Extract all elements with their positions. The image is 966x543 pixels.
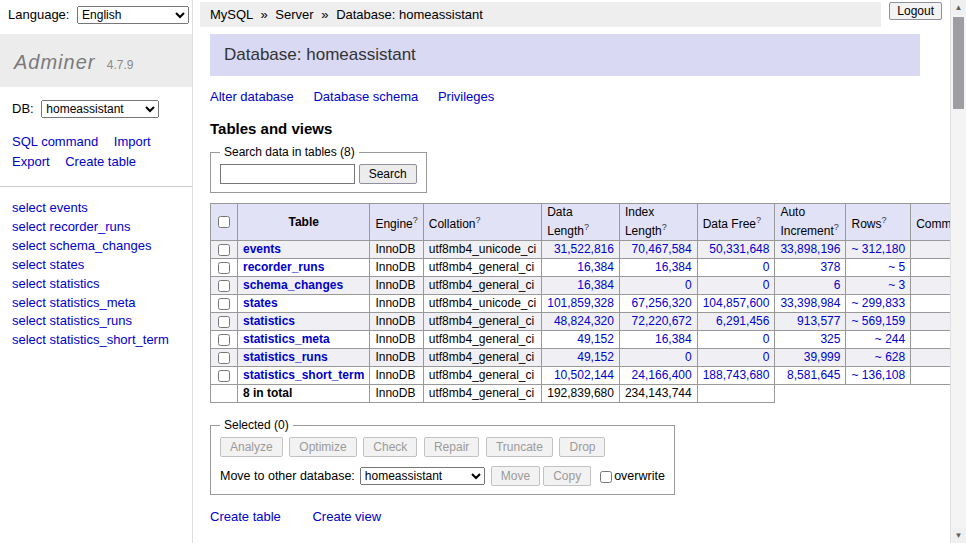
row-checkbox[interactable]	[218, 370, 230, 382]
table-name-link[interactable]: states	[243, 296, 278, 310]
breadcrumb-server-link[interactable]: Server	[275, 7, 313, 22]
search-input[interactable]	[220, 164, 355, 184]
data-free-link[interactable]: 104,857,600	[703, 296, 770, 310]
row-checkbox[interactable]	[218, 352, 230, 364]
rows-count-link[interactable]: ~ 136,108	[851, 368, 905, 382]
sidebar-item-select-events[interactable]: select events	[12, 199, 180, 218]
data-length-link[interactable]: 16,384	[577, 260, 614, 274]
data-length-link[interactable]: 49,152	[577, 332, 614, 346]
row-checkbox[interactable]	[218, 280, 230, 292]
index-length-link[interactable]: 72,220,672	[632, 314, 692, 328]
data-free-link[interactable]: 0	[763, 332, 770, 346]
data-length-link[interactable]: 16,384	[577, 278, 614, 292]
data-length-link[interactable]: 101,859,328	[547, 296, 614, 310]
rows-count-link[interactable]: ~ 5	[888, 260, 905, 274]
table-name-link[interactable]: statistics_runs	[243, 350, 328, 364]
data-free-link[interactable]: 0	[763, 350, 770, 364]
index-length-link[interactable]: 24,166,400	[632, 368, 692, 382]
alter-database-link[interactable]: Alter database	[210, 89, 294, 104]
data-length-link[interactable]: 48,824,320	[554, 314, 614, 328]
data-free-link[interactable]: 188,743,680	[703, 368, 770, 382]
drop-button[interactable]: Drop	[559, 437, 605, 457]
index-length-link[interactable]: 16,384	[655, 332, 692, 346]
table-name-link[interactable]: statistics	[243, 314, 295, 328]
auto-increment-link[interactable]: 8,581,645	[787, 368, 840, 382]
database-schema-link[interactable]: Database schema	[313, 89, 418, 104]
create-table-link-sidebar[interactable]: Create table	[65, 154, 136, 169]
help-link-icon[interactable]: ?	[881, 215, 886, 225]
auto-increment-link[interactable]: 378	[820, 260, 840, 274]
breadcrumb-mysql-link[interactable]: MySQL	[210, 7, 253, 22]
index-length-link[interactable]: 67,256,320	[632, 296, 692, 310]
row-checkbox[interactable]	[218, 262, 230, 274]
data-length-link[interactable]: 10,502,144	[554, 368, 614, 382]
select-all-checkbox[interactable]	[218, 216, 230, 228]
sidebar-item-select-schema-changes[interactable]: select schema_changes	[12, 237, 180, 256]
scroll-down-arrow-icon[interactable]: ▼	[951, 528, 966, 543]
help-link-icon[interactable]: ?	[662, 222, 667, 232]
data-free-link[interactable]: 0	[763, 260, 770, 274]
vertical-scrollbar[interactable]: ▲ ▼	[950, 0, 966, 543]
table-name-link[interactable]: statistics_meta	[243, 332, 330, 346]
rows-count-link[interactable]: ~ 299,833	[851, 296, 905, 310]
help-link-icon[interactable]: ?	[475, 215, 480, 225]
rows-count-link[interactable]: ~ 3	[888, 278, 905, 292]
help-link-icon[interactable]: ?	[834, 222, 839, 232]
auto-increment-link[interactable]: 913,577	[797, 314, 840, 328]
export-link[interactable]: Export	[12, 154, 50, 169]
table-name-link[interactable]: recorder_runs	[243, 260, 324, 274]
db-select[interactable]: homeassistant	[41, 100, 159, 118]
rows-count-link[interactable]: ~ 244	[875, 332, 905, 346]
sql-command-link[interactable]: SQL command	[12, 134, 98, 149]
row-checkbox[interactable]	[218, 298, 230, 310]
auto-increment-link[interactable]: 39,999	[804, 350, 841, 364]
table-name-link[interactable]: schema_changes	[243, 278, 343, 292]
sidebar-item-select-statistics-runs[interactable]: select statistics_runs	[12, 312, 180, 331]
table-name-link[interactable]: statistics_short_term	[243, 368, 364, 382]
privileges-link[interactable]: Privileges	[438, 89, 494, 104]
row-checkbox[interactable]	[218, 244, 230, 256]
row-checkbox[interactable]	[218, 334, 230, 346]
index-length-link[interactable]: 70,467,584	[632, 242, 692, 256]
language-select[interactable]: English	[77, 6, 189, 24]
move-db-select[interactable]: homeassistant	[360, 467, 485, 485]
sidebar-item-select-recorder-runs[interactable]: select recorder_runs	[12, 218, 180, 237]
import-link[interactable]: Import	[114, 134, 151, 149]
data-length-link[interactable]: 31,522,816	[554, 242, 614, 256]
check-button[interactable]: Check	[363, 437, 417, 457]
row-checkbox[interactable]	[218, 316, 230, 328]
create-view-link[interactable]: Create view	[312, 509, 381, 524]
auto-increment-link[interactable]: 325	[820, 332, 840, 346]
optimize-button[interactable]: Optimize	[289, 437, 356, 457]
truncate-button[interactable]: Truncate	[486, 437, 553, 457]
rows-count-link[interactable]: ~ 569,159	[851, 314, 905, 328]
overwrite-checkbox[interactable]	[600, 471, 612, 483]
search-button[interactable]: Search	[359, 164, 417, 184]
data-free-link[interactable]: 50,331,648	[709, 242, 769, 256]
sidebar-item-select-states[interactable]: select states	[12, 256, 180, 275]
analyze-button[interactable]: Analyze	[220, 437, 283, 457]
help-link-icon[interactable]: ?	[584, 222, 589, 232]
rows-count-link[interactable]: ~ 312,180	[851, 242, 905, 256]
help-link-icon[interactable]: ?	[756, 215, 761, 225]
move-button[interactable]: Move	[491, 466, 540, 486]
logout-button[interactable]: Logout	[889, 2, 942, 20]
sidebar-item-select-statistics[interactable]: select statistics	[12, 275, 180, 294]
copy-button[interactable]: Copy	[543, 466, 591, 486]
help-link-icon[interactable]: ?	[413, 215, 418, 225]
index-length-link[interactable]: 0	[685, 278, 692, 292]
auto-increment-link[interactable]: 33,898,196	[780, 242, 840, 256]
auto-increment-link[interactable]: 33,398,984	[780, 296, 840, 310]
sidebar-item-select-statistics-meta[interactable]: select statistics_meta	[12, 294, 180, 313]
scrollbar-thumb[interactable]	[953, 17, 964, 109]
index-length-link[interactable]: 0	[685, 350, 692, 364]
data-length-link[interactable]: 49,152	[577, 350, 614, 364]
rows-count-link[interactable]: ~ 628	[875, 350, 905, 364]
data-free-link[interactable]: 6,291,456	[716, 314, 769, 328]
create-table-link[interactable]: Create table	[210, 509, 281, 524]
sidebar-item-select-statistics-short-term[interactable]: select statistics_short_term	[12, 331, 180, 350]
index-length-link[interactable]: 16,384	[655, 260, 692, 274]
repair-button[interactable]: Repair	[424, 437, 479, 457]
auto-increment-link[interactable]: 6	[834, 278, 841, 292]
scroll-up-arrow-icon[interactable]: ▲	[951, 0, 966, 15]
